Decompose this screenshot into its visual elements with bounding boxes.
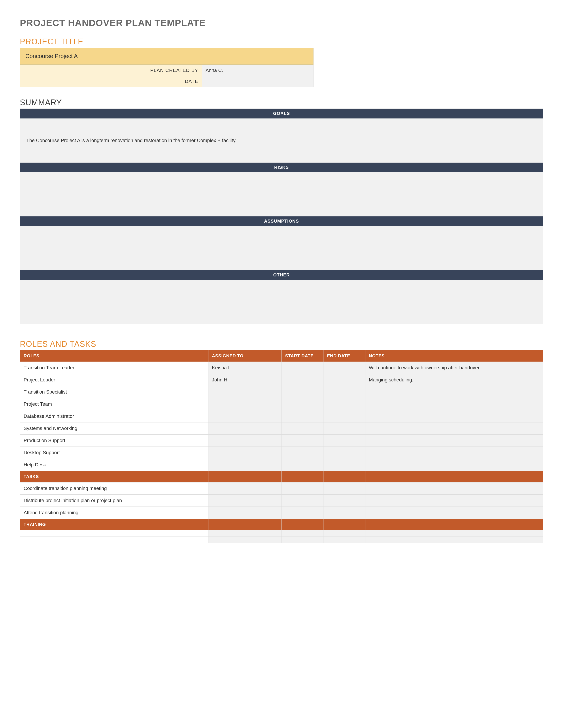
cell-start[interactable] — [282, 386, 324, 398]
cell-end[interactable] — [324, 447, 366, 459]
cell-start[interactable] — [282, 398, 324, 410]
cell-notes[interactable] — [365, 507, 543, 519]
cell-assigned[interactable] — [208, 422, 282, 435]
cell-role[interactable]: Project Team — [20, 398, 208, 410]
cell-notes[interactable] — [365, 537, 543, 543]
cell-assigned[interactable] — [208, 495, 282, 507]
cell-role[interactable]: Transition Team Leader — [20, 362, 208, 374]
cell-start[interactable] — [282, 422, 324, 435]
col-end: END DATE — [324, 350, 366, 362]
cell-end[interactable] — [324, 507, 366, 519]
col-roles: ROLES — [20, 350, 208, 362]
roles-row: Database Administrator — [20, 410, 543, 422]
cell-start[interactable] — [282, 507, 324, 519]
roles-row: Transition Team LeaderKeisha L.Will cont… — [20, 362, 543, 374]
cell-notes[interactable] — [365, 482, 543, 495]
cell-notes[interactable] — [365, 386, 543, 398]
cell-start[interactable] — [282, 459, 324, 471]
col-start: START DATE — [282, 350, 324, 362]
cell-role[interactable]: Attend transition planning — [20, 507, 208, 519]
cell-notes[interactable] — [365, 410, 543, 422]
cell-role[interactable]: Help Desk — [20, 459, 208, 471]
document-title: PROJECT HANDOVER PLAN TEMPLATE — [20, 18, 543, 28]
summary-risks-header: RISKS — [20, 163, 543, 172]
cell-end[interactable] — [324, 386, 366, 398]
date-label: DATE — [20, 76, 202, 87]
cell-role[interactable]: Coordinate transition planning meeting — [20, 482, 208, 495]
cell-notes[interactable] — [365, 459, 543, 471]
cell-assigned[interactable] — [208, 386, 282, 398]
cell-start[interactable] — [282, 362, 324, 374]
cell-assigned[interactable]: Keisha L. — [208, 362, 282, 374]
cell-notes[interactable] — [365, 495, 543, 507]
cell-end[interactable] — [324, 374, 366, 386]
tasks-row: Coordinate transition planning meeting — [20, 482, 543, 495]
cell-assigned[interactable] — [208, 530, 282, 537]
project-title-heading: PROJECT TITLE — [20, 37, 543, 46]
cell-start[interactable] — [282, 447, 324, 459]
summary-assumptions-content[interactable] — [20, 226, 543, 270]
cell-start[interactable] — [282, 374, 324, 386]
cell-end[interactable] — [324, 530, 366, 537]
cell-end[interactable] — [324, 362, 366, 374]
cell-start[interactable] — [282, 495, 324, 507]
tasks-subheader: TASKS — [20, 471, 543, 482]
cell-end[interactable] — [324, 398, 366, 410]
roles-row: Project Team — [20, 398, 543, 410]
cell-role[interactable]: Distribute project initiation plan or pr… — [20, 495, 208, 507]
cell-assigned[interactable]: John H. — [208, 374, 282, 386]
cell-role[interactable] — [20, 530, 208, 537]
cell-notes[interactable] — [365, 447, 543, 459]
cell-assigned[interactable] — [208, 482, 282, 495]
col-assigned: ASSIGNED TO — [208, 350, 282, 362]
cell-end[interactable] — [324, 410, 366, 422]
cell-role[interactable]: Database Administrator — [20, 410, 208, 422]
cell-start[interactable] — [282, 435, 324, 447]
cell-assigned[interactable] — [208, 537, 282, 543]
cell-assigned[interactable] — [208, 459, 282, 471]
roles-heading: ROLES AND TASKS — [20, 340, 543, 349]
cell-end[interactable] — [324, 482, 366, 495]
cell-start[interactable] — [282, 410, 324, 422]
cell-notes[interactable] — [365, 435, 543, 447]
cell-notes[interactable]: Will continue to work with ownership aft… — [365, 362, 543, 374]
summary-goals-content[interactable]: The Concourse Project A is a longterm re… — [20, 118, 543, 163]
cell-end[interactable] — [324, 537, 366, 543]
col-notes: NOTES — [365, 350, 543, 362]
cell-role[interactable]: Project Leader — [20, 374, 208, 386]
summary-heading: SUMMARY — [20, 98, 543, 107]
cell-end[interactable] — [324, 459, 366, 471]
roles-header-row: ROLES ASSIGNED TO START DATE END DATE NO… — [20, 350, 543, 362]
cell-start[interactable] — [282, 530, 324, 537]
training-subheader-label: TRAINING — [20, 519, 208, 530]
cell-notes[interactable] — [365, 530, 543, 537]
cell-notes[interactable] — [365, 398, 543, 410]
roles-row: Project LeaderJohn H.Manging scheduling. — [20, 374, 543, 386]
cell-notes[interactable]: Manging scheduling. — [365, 374, 543, 386]
cell-assigned[interactable] — [208, 507, 282, 519]
cell-assigned[interactable] — [208, 435, 282, 447]
cell-assigned[interactable] — [208, 398, 282, 410]
cell-notes[interactable] — [365, 422, 543, 435]
summary-other-header: OTHER — [20, 270, 543, 280]
project-title-value[interactable]: Concourse Project A — [20, 48, 314, 65]
training-row — [20, 537, 543, 543]
cell-end[interactable] — [324, 495, 366, 507]
cell-end[interactable] — [324, 422, 366, 435]
cell-start[interactable] — [282, 537, 324, 543]
cell-role[interactable]: Desktop Support — [20, 447, 208, 459]
cell-start[interactable] — [282, 482, 324, 495]
roles-row: Production Support — [20, 435, 543, 447]
cell-end[interactable] — [324, 435, 366, 447]
cell-role[interactable] — [20, 537, 208, 543]
summary-other-content[interactable] — [20, 280, 543, 324]
date-value[interactable] — [202, 76, 313, 87]
cell-assigned[interactable] — [208, 447, 282, 459]
cell-assigned[interactable] — [208, 410, 282, 422]
plan-created-by-value[interactable]: Anna C. — [202, 65, 313, 76]
cell-role[interactable]: Transition Specialist — [20, 386, 208, 398]
cell-role[interactable]: Production Support — [20, 435, 208, 447]
cell-role[interactable]: Systems and Networking — [20, 422, 208, 435]
summary-assumptions-header: ASSUMPTIONS — [20, 216, 543, 226]
summary-risks-content[interactable] — [20, 172, 543, 216]
